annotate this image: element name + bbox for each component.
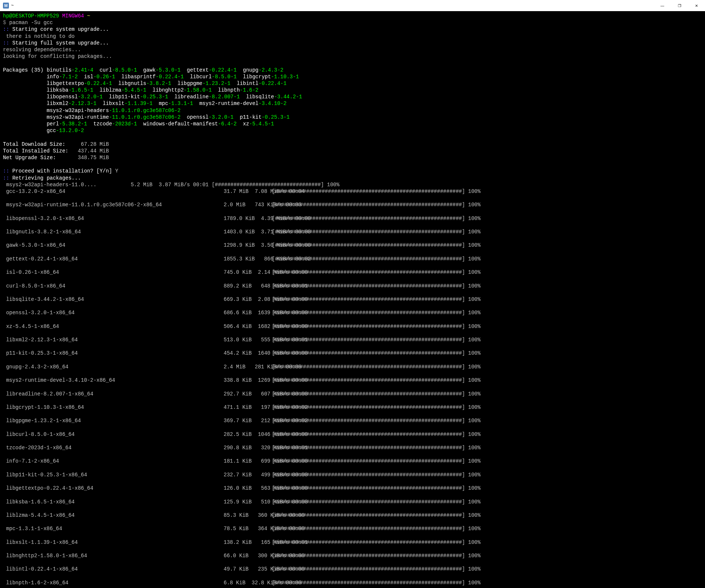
window: M ~ — ❐ ✕ hp@DESKTOP-HMPP529 MINGW64 ~ $…	[0, 0, 705, 588]
window-title: ~	[11, 3, 14, 9]
titlebar[interactable]: M ~ — ❐ ✕	[0, 0, 705, 11]
maximize-button[interactable]: ❐	[671, 0, 688, 11]
app-icon: M	[3, 3, 9, 9]
close-button[interactable]: ✕	[688, 0, 705, 11]
minimize-button[interactable]: —	[654, 0, 671, 11]
titlebar-left: M ~	[3, 3, 14, 9]
titlebar-controls: — ❐ ✕	[654, 0, 705, 11]
terminal[interactable]: hp@DESKTOP-HMPP529 MINGW64 ~ $ pacman -S…	[0, 11, 705, 588]
